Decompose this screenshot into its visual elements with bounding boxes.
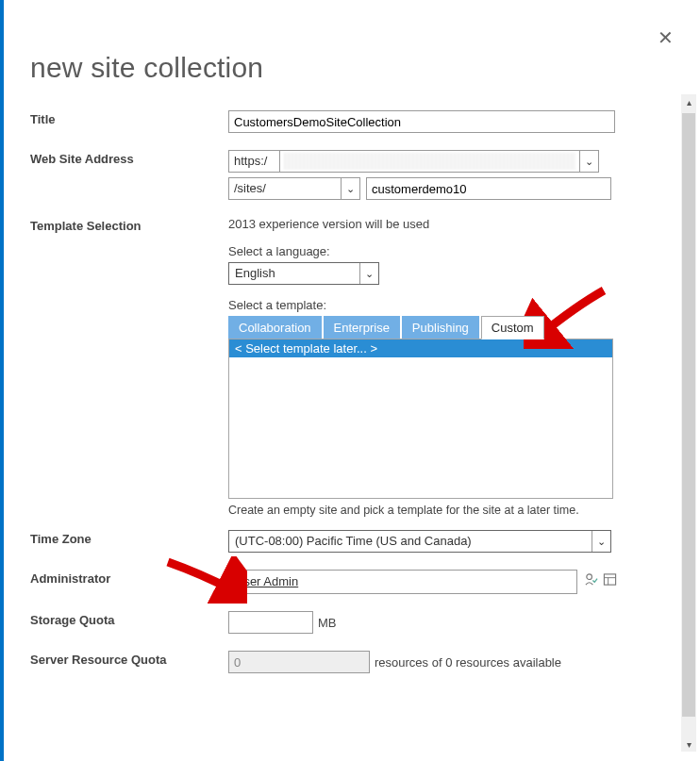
row-timezone: Time Zone (UTC-08:00) Pacific Time (US a…: [30, 530, 674, 553]
language-select[interactable]: English ⌄: [228, 262, 379, 285]
administrator-name: User Admin: [235, 574, 298, 588]
template-label: Select a template:: [228, 298, 674, 312]
tab-collaboration[interactable]: Collaboration: [228, 316, 322, 339]
label-timezone: Time Zone: [30, 530, 228, 546]
template-tabs: Collaboration Enterprise Publishing Cust…: [228, 316, 674, 339]
label-server-resource-quota: Server Resource Quota: [30, 651, 228, 667]
template-option-select-later[interactable]: < Select template later... >: [229, 339, 612, 357]
check-names-icon[interactable]: [583, 571, 598, 587]
template-help-text: Create an empty site and pick a template…: [228, 504, 674, 517]
timezone-value: (UTC-08:00) Pacific Time (US and Canada): [235, 534, 472, 548]
label-title: Title: [30, 110, 228, 126]
row-server-resource-quota: Server Resource Quota resources of 0 res…: [30, 651, 674, 673]
administrator-input[interactable]: User Admin: [228, 570, 577, 594]
close-icon[interactable]: ✕: [658, 26, 674, 49]
label-administrator: Administrator: [30, 570, 228, 586]
timezone-select[interactable]: (UTC-08:00) Pacific Time (US and Canada)…: [228, 530, 611, 553]
template-listbox[interactable]: < Select template later... >: [228, 339, 613, 499]
label-template: Template Selection: [30, 217, 228, 233]
row-title: Title: [30, 110, 674, 133]
scroll-down-icon[interactable]: ▾: [681, 736, 696, 752]
row-administrator: Administrator User Admin: [30, 570, 674, 594]
scroll-up-icon[interactable]: ▴: [681, 94, 696, 109]
experience-version-text: 2013 experience version will be used: [228, 217, 674, 231]
svg-point-0: [586, 573, 592, 579]
row-storage-quota: Storage Quota MB: [30, 611, 674, 634]
chevron-down-icon[interactable]: ⌄: [341, 178, 359, 199]
title-input[interactable]: [228, 110, 615, 133]
storage-quota-input[interactable]: [228, 611, 313, 634]
server-resource-quota-suffix: resources of 0 resources available: [375, 655, 561, 670]
address-domain-redacted: [284, 153, 575, 170]
language-label: Select a language:: [228, 244, 674, 258]
browse-people-icon[interactable]: [602, 571, 617, 587]
scrollbar[interactable]: ▴ ▾: [681, 94, 696, 752]
accent-bar: [0, 0, 4, 761]
language-value: English: [235, 266, 275, 280]
chevron-down-icon[interactable]: ⌄: [359, 263, 378, 284]
storage-unit: MB: [318, 616, 337, 630]
row-template: Template Selection 2013 experience versi…: [30, 217, 674, 517]
page-title: new site collection: [30, 52, 674, 84]
label-address: Web Site Address: [30, 150, 228, 166]
scrollbar-thumb[interactable]: [682, 113, 695, 717]
address-protocol: https:/: [228, 150, 280, 173]
row-address: Web Site Address https:/ ⌄ /sites/ ⌄: [30, 150, 674, 200]
tab-publishing[interactable]: Publishing: [402, 316, 479, 339]
tab-enterprise[interactable]: Enterprise: [324, 316, 400, 339]
address-domain-select[interactable]: ⌄: [280, 150, 599, 173]
label-storage-quota: Storage Quota: [30, 611, 228, 627]
address-path-input[interactable]: [366, 177, 611, 200]
svg-rect-1: [604, 573, 615, 584]
address-path-prefix-select[interactable]: /sites/ ⌄: [228, 177, 360, 200]
dialog-content: new site collection Title Web Site Addre…: [30, 52, 674, 753]
tab-custom[interactable]: Custom: [481, 316, 544, 339]
chevron-down-icon[interactable]: ⌄: [579, 151, 598, 172]
server-resource-quota-input[interactable]: [228, 651, 370, 673]
address-path-prefix-value: /sites/: [234, 181, 266, 195]
chevron-down-icon[interactable]: ⌄: [592, 531, 610, 552]
